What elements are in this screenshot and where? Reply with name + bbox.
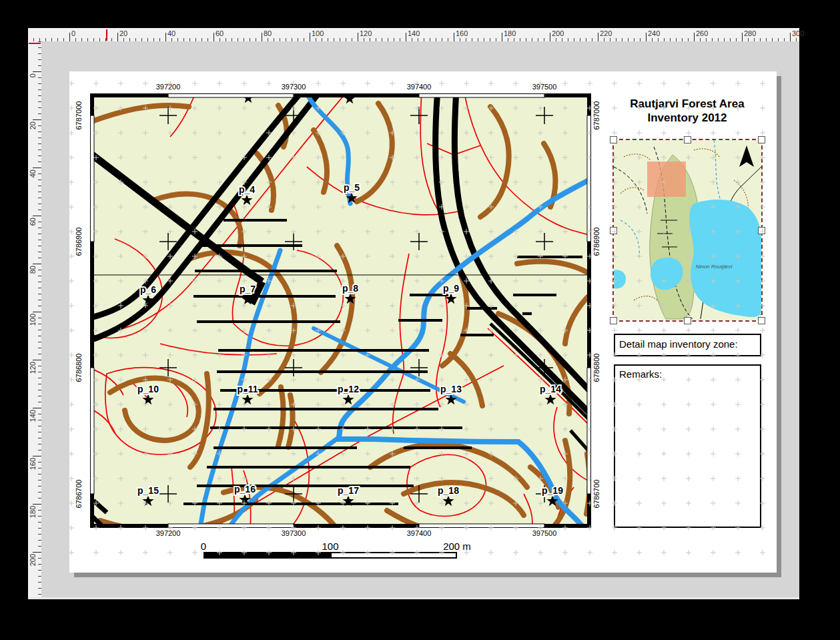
ruler-left-number: 160 <box>29 458 37 470</box>
map-coordinate-label: 397400 <box>407 529 432 537</box>
plot-label: p_15 <box>137 485 159 496</box>
remarks-label-text: Remarks: <box>619 368 662 380</box>
plot-label: p_16 <box>234 484 256 495</box>
ruler-top-number: 180 <box>504 29 516 37</box>
ruler-top-number: 160 <box>456 29 468 37</box>
plot-label: p_14 <box>540 384 561 394</box>
ruler-top-number: 260 <box>696 29 708 37</box>
ruler-vertical: 020406080100120140160180200 <box>28 41 42 597</box>
ruler-left-number: 20 <box>29 121 37 129</box>
main-map-item[interactable]: p_4p_5p_6p_7p_8p_9p_10p_11p_12p_13p_14p_… <box>90 93 591 528</box>
main-map-canvas: p_4p_5p_6p_7p_8p_9p_10p_11p_12p_13p_14p_… <box>90 93 591 528</box>
ruler-left-number: 0 <box>29 73 37 77</box>
plot-label: p_10 <box>137 384 159 394</box>
ruler-top-number: 80 <box>264 29 272 37</box>
plot-label: p_9 <box>443 283 459 294</box>
selection-handle-ne[interactable] <box>758 136 765 143</box>
scalebar-segment-empty <box>330 552 457 559</box>
map-coordinate-label: 397500 <box>532 83 557 91</box>
plot-label: p_13 <box>440 384 462 394</box>
selection-handle-sw[interactable] <box>610 317 617 324</box>
map-coordinate-label: 397200 <box>156 83 181 91</box>
scalebar-number: 0 <box>201 541 206 552</box>
ruler-cursor-marker-horizontal <box>106 29 107 41</box>
ruler-left-number: 40 <box>29 170 37 178</box>
plot-label: p_5 <box>344 182 360 193</box>
ruler-left-number: 120 <box>29 362 37 374</box>
ruler-top-number: 60 <box>216 29 224 37</box>
map-coordinate-label: 397500 <box>532 529 557 537</box>
map-coordinate-label: 6786700 <box>592 480 600 509</box>
ruler-top-number: 140 <box>408 29 420 37</box>
ruler-top-number: 0 <box>71 29 75 37</box>
selection-handle-w[interactable] <box>610 227 617 234</box>
scalebar-number: 200 m <box>443 541 471 552</box>
plot-label: p_19 <box>542 485 563 496</box>
ruler-cursor-marker-vertical <box>29 43 41 44</box>
layout-canvas[interactable]: p_4p_5p_6p_7p_8p_9p_10p_11p_12p_13p_14p_… <box>41 41 799 597</box>
selection-handle-se[interactable] <box>758 317 765 324</box>
ruler-left-number: 60 <box>29 218 37 226</box>
ruler-top-number: 280 <box>744 29 756 37</box>
scalebar-segment-filled <box>203 552 330 559</box>
plot-label: p_12 <box>338 384 359 394</box>
plot-label: p_17 <box>338 485 359 496</box>
plot-label: p_8 <box>342 283 358 294</box>
scalebar-number: 100 <box>322 541 338 552</box>
plot-label: p_6 <box>140 284 156 295</box>
map-coordinate-label: 6787000 <box>75 101 83 130</box>
ruler-top-number: 200 <box>552 29 564 37</box>
map-coordinate-label: 6786900 <box>592 228 600 256</box>
title-line-1: Rautjarvi Forest Area <box>599 97 775 111</box>
ruler-top-number: 300 <box>792 29 804 37</box>
overview-map-canvas: Ninon Routjärvi <box>614 140 761 320</box>
ruler-top-number: 100 <box>312 29 324 37</box>
ruler-top-number: 240 <box>648 29 660 37</box>
ruler-top-number: 220 <box>600 29 612 37</box>
selection-handle-n[interactable] <box>684 136 691 143</box>
ruler-top-number: 40 <box>167 29 175 37</box>
overview-extent-indicator <box>647 162 686 197</box>
plot-label: p_11 <box>237 384 258 394</box>
ruler-top-number: 20 <box>119 29 127 37</box>
map-coordinate-label: 6786800 <box>592 354 600 382</box>
detail-zone-label-item[interactable]: Detail map inventory zone: <box>614 334 761 356</box>
plot-label: p_7 <box>240 284 256 294</box>
ruler-left-number: 100 <box>29 314 37 326</box>
ruler-left-number: 140 <box>29 410 37 422</box>
selection-handle-nw[interactable] <box>610 136 617 143</box>
ruler-top-number: 120 <box>360 29 372 37</box>
ruler-horizontal: 0204060801001201401601802002202402602803… <box>28 28 799 42</box>
overview-lake-large <box>689 200 761 317</box>
plot-label: p_18 <box>438 485 459 496</box>
layout-title[interactable]: Rautjarvi Forest Area Inventory 2012 <box>599 97 775 125</box>
map-coordinate-label: 6786800 <box>75 354 83 382</box>
map-coordinate-label: 6786900 <box>75 228 83 256</box>
map-coordinate-label: 397300 <box>282 83 306 91</box>
map-coordinate-label: 397200 <box>156 529 181 537</box>
title-line-2: Inventory 2012 <box>599 111 775 125</box>
map-coordinate-label: 397400 <box>407 83 432 91</box>
map-coordinate-label: 6786700 <box>75 480 83 509</box>
plot-label: p_4 <box>239 184 255 195</box>
canvas-edge-strip <box>28 597 799 599</box>
ruler-left-number: 180 <box>29 506 37 518</box>
overview-lake-label: Ninon Routjärvi <box>696 264 733 270</box>
selection-handle-s[interactable] <box>684 317 691 324</box>
overview-map-item[interactable]: Ninon Routjärvi <box>614 140 761 320</box>
ruler-left-number: 200 <box>29 554 37 566</box>
detail-zone-label-text: Detail map inventory zone: <box>619 338 738 350</box>
ruler-left-number: 80 <box>29 266 37 274</box>
map-coordinate-label: 397300 <box>282 529 306 537</box>
remarks-label-item[interactable]: Remarks: <box>614 364 761 528</box>
paper-sheet[interactable]: p_4p_5p_6p_7p_8p_9p_10p_11p_12p_13p_14p_… <box>69 71 777 573</box>
selection-handle-e[interactable] <box>758 227 765 234</box>
